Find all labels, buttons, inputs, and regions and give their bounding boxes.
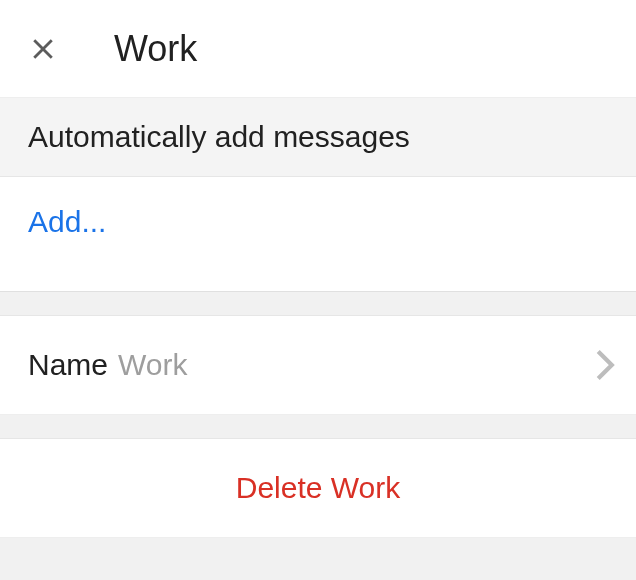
name-label: Name <box>28 348 108 382</box>
add-link-label: Add... <box>28 205 106 238</box>
chevron-right-icon <box>594 348 616 382</box>
add-rule-row[interactable]: Add... <box>0 177 636 292</box>
delete-label: Delete Work <box>236 471 401 504</box>
name-row[interactable]: Name Work <box>0 316 636 415</box>
close-icon[interactable] <box>28 34 58 64</box>
header-bar: Work <box>0 0 636 98</box>
name-value: Work <box>118 348 594 382</box>
section-divider <box>0 292 636 316</box>
section-divider <box>0 415 636 439</box>
page-title: Work <box>114 28 197 70</box>
delete-button[interactable]: Delete Work <box>0 439 636 538</box>
section-auto-add-header: Automatically add messages <box>0 98 636 177</box>
